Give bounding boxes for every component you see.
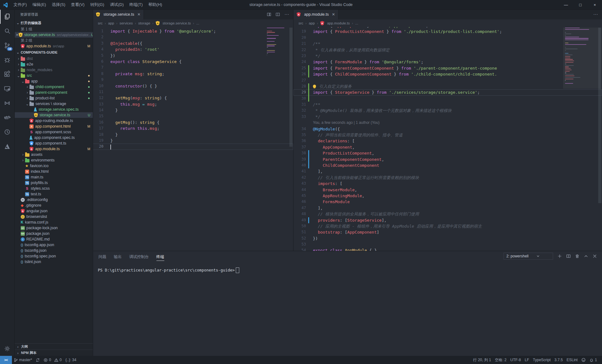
- sync[interactable]: [34, 356, 42, 364]
- breadcrumb-item[interactable]: storage: [138, 21, 150, 25]
- activity-search-icon[interactable]: [0, 24, 14, 38]
- close-icon[interactable]: ✕: [16, 33, 18, 37]
- split-icon[interactable]: [276, 12, 280, 17]
- language-mode[interactable]: TypeScript: [531, 356, 553, 364]
- breadcrumb-item[interactable]: Aapp.module.ts: [320, 21, 350, 25]
- panel-chevup-icon[interactable]: [584, 254, 588, 258]
- notifications[interactable]: 1: [588, 356, 599, 364]
- encoding[interactable]: UTF-8: [509, 356, 523, 364]
- activity-docker-icon[interactable]: [0, 110, 14, 125]
- feedback[interactable]: [579, 356, 588, 364]
- panel-close-icon[interactable]: [593, 254, 597, 258]
- problems[interactable]: 00: [42, 356, 63, 364]
- breadcrumb-item[interactable]: app: [309, 21, 315, 25]
- breadcrumb-item[interactable]: Astorage.service.ts: [156, 21, 191, 25]
- sidebar-item-app.component.spec.ts[interactable]: app.component.spec.ts: [14, 135, 93, 140]
- activity-azure-icon[interactable]: [0, 139, 14, 154]
- sidebar-item-app.component.html[interactable]: 5app.component.htmlM: [14, 124, 93, 129]
- panel-tab-终端[interactable]: 终端: [156, 251, 164, 262]
- sidebar-item-angular.json[interactable]: Aangular.json: [14, 208, 93, 214]
- close-button[interactable]: ×: [588, 0, 602, 9]
- ts-version[interactable]: 3.7.5: [552, 356, 565, 364]
- terminal-select[interactable]: 2: powershell: [504, 253, 553, 260]
- sidebar-item-assets[interactable]: ›assets: [14, 152, 93, 157]
- sidebar-item-app.component.scss[interactable]: Sapp.component.scss: [14, 129, 93, 135]
- panel-tab-调试控制台[interactable]: 调试控制台: [129, 251, 149, 262]
- menu-选择[interactable]: 选择(S): [49, 0, 68, 9]
- indentation[interactable]: 空格: 2: [493, 356, 508, 364]
- compare-icon[interactable]: [267, 12, 271, 17]
- minimap[interactable]: [565, 28, 596, 86]
- more-icon[interactable]: ⋯: [284, 12, 289, 17]
- sidebar-item-karma.conf.js[interactable]: Kkarma.conf.js: [14, 219, 93, 225]
- sidebar-item-dist[interactable]: ›dist: [14, 56, 93, 61]
- menu-编辑[interactable]: 编辑(E): [30, 0, 49, 9]
- minimap[interactable]: [267, 28, 288, 58]
- activity-explorer-icon[interactable]: [0, 9, 14, 24]
- minimap-slider[interactable]: [563, 28, 601, 89]
- sidebar-item-package-lock.json[interactable]: npmpackage-lock.json: [14, 225, 93, 231]
- sidebar-item-browserslist[interactable]: ◗browserslist: [14, 214, 93, 219]
- sidebar-item-.gitignore[interactable]: ◆.gitignore: [14, 203, 93, 208]
- sidebar-item-tsconfig.json[interactable]: {}tsconfig.json: [14, 248, 93, 253]
- git-branch[interactable]: master*: [12, 356, 34, 364]
- tab-app.module.ts[interactable]: Aapp.module.ts✕: [293, 9, 339, 19]
- scrollbar[interactable]: [289, 28, 293, 147]
- menu-调试[interactable]: 调试(D): [107, 0, 126, 9]
- sidebar-item-tslint.json[interactable]: {}tslint.json: [14, 259, 93, 265]
- sidebar-item-app-routing.module.ts[interactable]: Aapp-routing.module.ts: [14, 118, 93, 124]
- minimize-button[interactable]: —: [559, 0, 573, 9]
- activity-debug-icon[interactable]: [0, 53, 14, 67]
- open-editors-header[interactable]: ⌄ 打开的编辑器: [14, 19, 93, 26]
- menu-文件[interactable]: 文件(F): [11, 0, 30, 9]
- project-header[interactable]: ⌄ COMPONENTS-GUIDE: [14, 49, 93, 56]
- breadcrumb-item[interactable]: ...: [196, 21, 199, 25]
- section-NPM 脚本[interactable]: ›NPM 脚本: [14, 350, 93, 356]
- sidebar-item-src[interactable]: ⌄src: [14, 73, 93, 78]
- tab-storage.service.ts[interactable]: Astorage.service.ts✕: [93, 9, 144, 19]
- breadcrumb-item[interactable]: app: [108, 21, 114, 25]
- section-大纲[interactable]: ›大纲: [14, 343, 93, 350]
- sidebar-item-app[interactable]: ⌄app: [14, 78, 93, 84]
- sidebar-item-.editorconfig[interactable]: ec.editorconfig: [14, 197, 93, 203]
- menu-转到[interactable]: 转到(G): [87, 0, 107, 9]
- sidebar-item-nodemodules[interactable]: ›node_modules: [14, 67, 93, 73]
- open-editor-app.module.ts[interactable]: Aapp.module.tssrc\appM: [14, 43, 93, 49]
- sidebar-item-styles.scss[interactable]: Sstyles.scss: [14, 186, 93, 191]
- sidebar-item-parent-component[interactable]: ›parent-component: [14, 90, 93, 95]
- activity-source-control-icon[interactable]: 19: [0, 38, 14, 53]
- sidebar-item-favicon.ico[interactable]: ★favicon.ico: [14, 163, 93, 169]
- eol[interactable]: LF: [523, 356, 531, 364]
- sidebar-item-e2e[interactable]: ›e2e: [14, 61, 93, 67]
- breadcrumb-item[interactable]: src: [98, 21, 103, 25]
- sidebar-item-package.json[interactable]: npmpackage.json: [14, 231, 93, 236]
- code-editor[interactable]: 1import { Injectable } from '@angular/co…: [93, 27, 293, 251]
- more-icon[interactable]: ⋯: [593, 12, 598, 17]
- menu-帮助[interactable]: 帮助(H): [145, 0, 165, 9]
- breadcrumb-item[interactable]: ...: [355, 21, 358, 25]
- sidebar-item-tsconfig.spec.json[interactable]: {}tsconfig.spec.json: [14, 253, 93, 259]
- panel-tab-问题[interactable]: 问题: [98, 251, 106, 262]
- breadcrumb[interactable]: src›app›Aapp.module.ts›...: [293, 19, 602, 27]
- sidebar-item-app.component.ts[interactable]: Aapp.component.ts: [14, 140, 93, 146]
- activity-live-share-icon[interactable]: [0, 96, 14, 110]
- menu-终端[interactable]: 终端(T): [126, 0, 145, 9]
- panel-splitpane-icon[interactable]: [566, 254, 571, 258]
- remote-indicator-icon[interactable]: ><: [0, 356, 12, 364]
- sidebar-item-app.module.ts[interactable]: Aapp.module.tsM: [14, 146, 93, 152]
- close-icon[interactable]: ✕: [332, 12, 335, 17]
- sidebar-item-index.html[interactable]: 5index.html: [14, 169, 93, 174]
- sidebar-item-storage.service.ts[interactable]: Astorage.service.tsU: [14, 112, 93, 118]
- open-editor-storage.service.ts[interactable]: ✕Astorage.service.tssrc\app\services\sto…: [14, 32, 93, 38]
- close-icon[interactable]: ✕: [137, 12, 140, 17]
- sidebar-item-test.ts[interactable]: TStest.ts: [14, 191, 93, 197]
- cursor-position[interactable]: 行 20, 列 1: [471, 356, 493, 364]
- terminal[interactable]: PS D:\git\practices\angular-practice\src…: [93, 262, 602, 273]
- maximize-button[interactable]: □: [573, 0, 588, 9]
- panel-trash-icon[interactable]: [575, 254, 579, 258]
- sidebar-item-child-component[interactable]: ›child-component: [14, 84, 93, 90]
- breadcrumb-item[interactable]: services: [119, 21, 133, 25]
- breadcrumb-item[interactable]: src: [298, 21, 303, 25]
- activity-extensions-icon[interactable]: [0, 67, 14, 82]
- sidebar-item-product-list[interactable]: ›product-list: [14, 95, 93, 101]
